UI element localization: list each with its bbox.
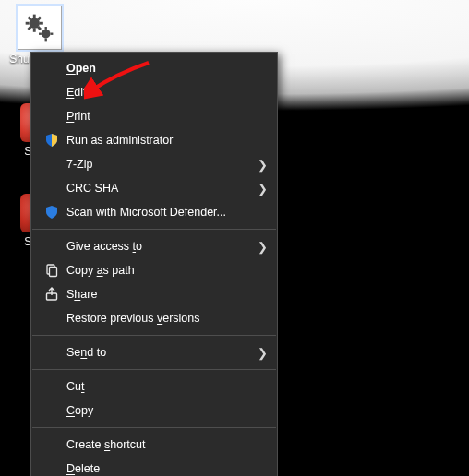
blank-icon bbox=[41, 310, 63, 327]
menu-item-crc-sha[interactable]: CRC SHA❯ bbox=[31, 176, 277, 200]
menu-item-label: 7-Zip bbox=[66, 158, 255, 171]
blank-icon bbox=[41, 436, 63, 453]
menu-item-label: Copy bbox=[66, 404, 255, 417]
submenu-chevron-icon: ❯ bbox=[255, 240, 268, 254]
menu-item-scan-with-microsoft-defender[interactable]: Scan with Microsoft Defender... bbox=[31, 200, 277, 224]
menu-item-label: Share bbox=[66, 288, 255, 301]
svg-point-9 bbox=[42, 30, 51, 39]
submenu-chevron-icon: ❯ bbox=[255, 346, 268, 360]
menu-item-create-shortcut[interactable]: Create shortcut bbox=[31, 433, 277, 457]
shield-yb-icon bbox=[41, 132, 63, 149]
submenu-chevron-icon: ❯ bbox=[255, 182, 268, 196]
menu-separator bbox=[32, 369, 276, 370]
menu-item-label: Send to bbox=[66, 346, 255, 359]
menu-item-label: Run as administrator bbox=[66, 134, 255, 147]
menu-item-restore-previous-versions[interactable]: Restore previous versions bbox=[31, 306, 277, 330]
shield-blue-icon bbox=[41, 204, 63, 220]
svg-line-6 bbox=[38, 27, 41, 30]
blank-icon bbox=[41, 238, 63, 255]
blank-icon bbox=[41, 60, 63, 77]
menu-item-label: Scan with Microsoft Defender... bbox=[66, 206, 255, 219]
menu-item-cut[interactable]: Cut bbox=[31, 375, 277, 399]
share-icon bbox=[41, 286, 63, 303]
blank-icon bbox=[41, 108, 63, 125]
menu-separator bbox=[32, 335, 276, 336]
blank-icon bbox=[41, 180, 63, 196]
menu-separator bbox=[32, 427, 276, 428]
menu-item-share[interactable]: Share bbox=[31, 282, 277, 306]
context-menu: OpenEditPrintRun as administrator7-Zip❯C… bbox=[30, 52, 278, 476]
menu-item-label: Cut bbox=[66, 380, 255, 393]
menu-item-delete[interactable]: Delete bbox=[31, 457, 277, 476]
menu-item-label: Give access to bbox=[66, 240, 255, 253]
menu-item-label: Edit bbox=[66, 86, 255, 99]
menu-item-send-to[interactable]: Send to❯ bbox=[31, 340, 277, 364]
menu-item-7-zip[interactable]: 7-Zip❯ bbox=[31, 152, 277, 176]
gears-icon bbox=[18, 6, 61, 49]
menu-item-edit[interactable]: Edit bbox=[31, 80, 277, 104]
blank-icon bbox=[41, 344, 63, 361]
menu-item-label: Copy as path bbox=[66, 264, 255, 277]
blank-icon bbox=[41, 378, 63, 395]
copypath-icon bbox=[41, 262, 63, 279]
menu-item-label: CRC SHA bbox=[66, 182, 255, 195]
menu-item-label: Create shortcut bbox=[66, 438, 255, 451]
menu-item-copy[interactable]: Copy bbox=[31, 399, 277, 422]
menu-item-label: Delete bbox=[66, 462, 255, 475]
menu-item-copy-as-path[interactable]: Copy as path bbox=[31, 258, 277, 282]
menu-item-open[interactable]: Open bbox=[31, 56, 277, 80]
menu-item-label: Restore previous versions bbox=[66, 312, 255, 325]
svg-rect-15 bbox=[50, 268, 57, 277]
submenu-chevron-icon: ❯ bbox=[255, 158, 268, 172]
blank-icon bbox=[41, 156, 63, 173]
menu-item-give-access-to[interactable]: Give access to❯ bbox=[31, 234, 277, 258]
blank-icon bbox=[41, 460, 63, 476]
svg-line-5 bbox=[29, 18, 31, 20]
menu-item-run-as-administrator[interactable]: Run as administrator bbox=[31, 128, 277, 152]
blank-icon bbox=[41, 402, 63, 419]
menu-item-label: Print bbox=[66, 110, 255, 123]
blank-icon bbox=[41, 84, 63, 101]
menu-item-label: Open bbox=[66, 62, 255, 75]
svg-line-7 bbox=[38, 18, 41, 20]
svg-line-8 bbox=[29, 27, 31, 30]
menu-separator bbox=[32, 229, 276, 230]
menu-item-print[interactable]: Print bbox=[31, 104, 277, 128]
